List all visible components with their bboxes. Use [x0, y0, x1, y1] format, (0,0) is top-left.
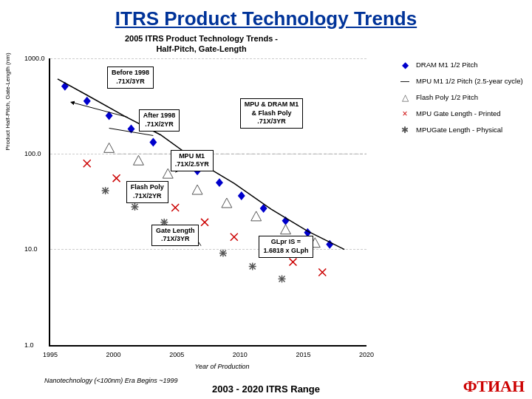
- y-tick-100: 100.0: [24, 150, 41, 157]
- chart-subtitle: 2005 ITRS Product Technology Trends - Ha…: [7, 33, 395, 55]
- callout-gate-length: Gate Length.71X/3YR: [151, 225, 200, 246]
- svg-marker-14: [133, 155, 143, 165]
- svg-marker-16: [192, 185, 202, 194]
- legend-symbol-dram: ◆: [398, 60, 412, 70]
- callout-mpu-dram: MPU & DRAM M1& Flash Poly.71X/3YR: [240, 98, 304, 129]
- legend-text-dram: DRAM M1 1/2 Pitch: [416, 61, 477, 69]
- callout-before-1998: Before 1998.71X/3YR: [107, 66, 154, 88]
- legend-symbol-mpu-gate-printed: ×: [398, 109, 412, 119]
- ftian-logo: ФТИАН: [463, 377, 525, 396]
- x-tick-2000: 2000: [106, 351, 121, 358]
- page-title: ITRS Product Technology Trends: [0, 0, 532, 33]
- legend-text-mpu-gate-printed: MPU Gate Length - Printed: [416, 109, 501, 117]
- legend-text-flash: Flash Poly 1/2 Pitch: [416, 93, 478, 101]
- legend-item-mpu-gate-physical: ✱ MPUGate Length - Physical: [398, 125, 529, 135]
- svg-marker-8: [238, 191, 245, 200]
- range-label: 2003 - 2020 ITRS Range: [212, 383, 320, 395]
- svg-marker-13: [104, 143, 115, 152]
- x-tick-2010: 2010: [233, 351, 248, 358]
- callout-flash-poly: Flash Poly.71X/2YR: [126, 181, 168, 202]
- x-axis-label: Year of Production: [49, 363, 395, 370]
- x-tick-2005: 2005: [169, 351, 184, 358]
- y-tick-1: 1.0: [24, 341, 34, 349]
- svg-marker-18: [251, 211, 262, 221]
- legend-symbol-mpu-gate-physical: ✱: [398, 125, 412, 135]
- svg-marker-7: [216, 178, 223, 187]
- svg-marker-17: [222, 198, 232, 208]
- legend-item-flash: △ Flash Poly 1/2 Pitch: [398, 92, 529, 103]
- y-tick-1000: 1000.0: [24, 55, 45, 62]
- y-axis-label: Product Half-Pitch, Gate-Length (nm): [4, 2, 11, 150]
- legend-item-mpu-gate-printed: × MPU Gate Length - Printed: [398, 109, 529, 119]
- chart-svg: [50, 58, 366, 345]
- svg-marker-4: [149, 137, 157, 146]
- legend-text-mpu-gate-physical: MPUGate Length - Physical: [416, 126, 502, 134]
- x-tick-1995: 1995: [43, 351, 58, 358]
- legend-item-dram: ◆ DRAM M1 1/2 Pitch: [398, 60, 529, 70]
- chart-container: 2005 ITRS Product Technology Trends - Ha…: [7, 33, 395, 388]
- svg-marker-19: [281, 224, 291, 233]
- chart-inner: 1000.0 100.0 10.0 1.0 1995 2000 2005 201…: [49, 58, 366, 347]
- bottom-bar: 2003 - 2020 ITRS Range: [0, 383, 532, 395]
- chart-area: 2005 ITRS Product Technology Trends - Ha…: [0, 33, 532, 388]
- legend-item-mpu-pitch: — MPU M1 1/2 Pitch (2.5-year cycle): [398, 76, 529, 86]
- nano-text: Nanotechnology (<100nm) Era Begins ~1999: [44, 377, 178, 384]
- svg-marker-1: [83, 96, 91, 105]
- y-tick-10: 10.0: [24, 245, 38, 253]
- legend: ◆ DRAM M1 1/2 Pitch — MPU M1 1/2 Pitch (…: [395, 54, 532, 388]
- x-tick-2020: 2020: [359, 351, 374, 358]
- legend-text-mpu-pitch: MPU M1 1/2 Pitch (2.5-year cycle): [416, 77, 523, 85]
- callout-glpr: GLpr IS =1.6818 x GLph: [259, 236, 313, 257]
- svg-line-68: [72, 102, 128, 117]
- legend-symbol-flash: △: [398, 92, 412, 103]
- legend-symbol-mpu-pitch: —: [398, 76, 412, 86]
- callout-after-1998: After 1998.71X/2YR: [139, 109, 180, 131]
- x-tick-2015: 2015: [296, 351, 310, 358]
- callout-mpu-m1: MPU M1.71X/2.5YR: [171, 150, 214, 171]
